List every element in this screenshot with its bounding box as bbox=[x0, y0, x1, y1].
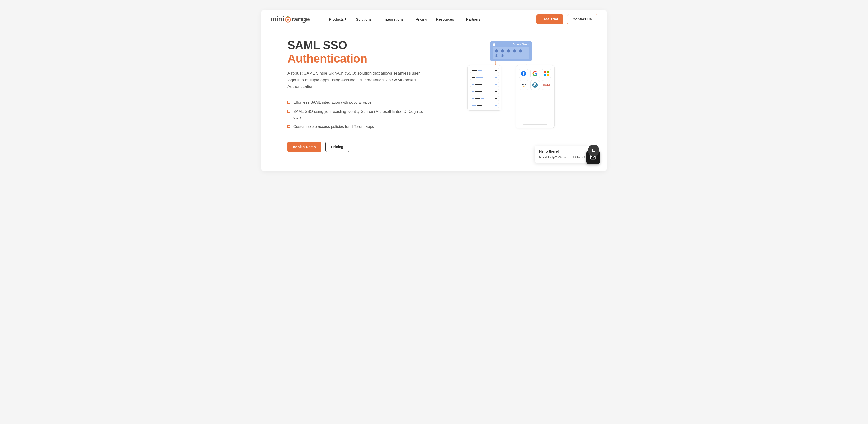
hero-subtitle: A robust SAML Single Sign-On (SSO) solut… bbox=[287, 70, 427, 90]
svg-rect-8 bbox=[544, 74, 547, 76]
feature-item: Customizable access policies for differe… bbox=[287, 124, 427, 130]
chevron-down-icon bbox=[345, 18, 347, 20]
hero-illustration: Access Token ✱ ✱ ✱ ✱ ✱ ✱ ✱ bbox=[441, 38, 581, 133]
svg-rect-9 bbox=[547, 74, 549, 76]
pricing-button[interactable]: Pricing bbox=[326, 142, 349, 152]
policies-panel bbox=[467, 65, 501, 111]
logo-suffix: range bbox=[292, 15, 310, 23]
free-trial-button[interactable]: Free Trial bbox=[536, 14, 563, 24]
hero-actions: Book a Demo Pricing bbox=[287, 142, 427, 152]
lock-icon bbox=[493, 43, 495, 46]
check-icon bbox=[287, 101, 290, 104]
chat-greeting: Hello there! bbox=[539, 149, 585, 153]
contact-us-button[interactable]: Contact Us bbox=[567, 14, 597, 24]
policy-row bbox=[470, 89, 499, 94]
app-google-icon bbox=[530, 69, 540, 78]
svg-rect-6 bbox=[544, 71, 547, 73]
chevron-down-icon bbox=[405, 18, 407, 20]
nav-pricing[interactable]: Pricing bbox=[415, 17, 427, 21]
check-icon bbox=[287, 110, 290, 113]
app-oracle-icon: ORACLE bbox=[542, 80, 551, 90]
chat-bubble[interactable]: Hello there! Need Help? We are right her… bbox=[534, 146, 589, 162]
check-icon bbox=[287, 125, 290, 128]
hero-content: SAML SSO Authentication A robust SAML Si… bbox=[287, 38, 427, 152]
app-aws-icon: aws bbox=[519, 80, 528, 90]
access-token-card: Access Token ✱ ✱ ✱ ✱ ✱ ✱ ✱ bbox=[490, 41, 532, 61]
illustration-canvas: Access Token ✱ ✱ ✱ ✱ ✱ ✱ ✱ bbox=[467, 41, 555, 133]
svg-rect-7 bbox=[547, 71, 549, 73]
book-demo-button[interactable]: Book a Demo bbox=[287, 142, 321, 152]
token-label: Access Token bbox=[513, 43, 529, 46]
nav-products[interactable]: Products bbox=[329, 17, 347, 21]
logo-prefix: mini bbox=[271, 15, 284, 23]
app-wordpress-icon bbox=[530, 80, 540, 90]
nav-partners[interactable]: Partners bbox=[466, 17, 480, 21]
nav-resources[interactable]: Resources bbox=[436, 17, 457, 21]
close-icon bbox=[592, 149, 595, 152]
app-grid: aws ORACLE bbox=[518, 68, 552, 91]
header: mini range Products Solutions Integratio… bbox=[261, 10, 607, 29]
header-actions: Free Trial Contact Us bbox=[536, 14, 597, 24]
chat-help-text: Need Help? We are right here! bbox=[539, 155, 585, 159]
policy-row bbox=[470, 75, 499, 80]
chat-close-button[interactable] bbox=[588, 145, 599, 156]
app-microsoft-icon bbox=[542, 69, 551, 78]
svg-point-1 bbox=[287, 19, 289, 21]
nav-integrations[interactable]: Integrations bbox=[383, 17, 407, 21]
feature-item: SAML SSO using your existing Identity So… bbox=[287, 109, 427, 120]
chat-widget: Hello there! Need Help? We are right her… bbox=[534, 146, 600, 164]
main-nav: Products Solutions Integrations Pricing … bbox=[329, 17, 532, 21]
nav-solutions[interactable]: Solutions bbox=[356, 17, 375, 21]
policy-row bbox=[470, 82, 499, 87]
page-title: SAML SSO Authentication bbox=[287, 38, 427, 65]
logo[interactable]: mini range bbox=[271, 15, 310, 23]
page-container: mini range Products Solutions Integratio… bbox=[261, 10, 607, 171]
panel-handle bbox=[523, 124, 547, 125]
svg-rect-2 bbox=[493, 44, 495, 46]
chevron-down-icon bbox=[373, 18, 375, 20]
policy-row bbox=[470, 103, 499, 108]
apps-panel: aws ORACLE bbox=[516, 65, 555, 128]
policy-row bbox=[470, 68, 499, 73]
app-facebook-icon bbox=[519, 69, 528, 78]
token-value: ✱ ✱ ✱ ✱ ✱ ✱ ✱ bbox=[493, 47, 529, 59]
policy-row bbox=[470, 96, 499, 101]
feature-list: Effortless SAML integration with popular… bbox=[287, 99, 427, 130]
logo-glyph bbox=[284, 16, 292, 23]
chevron-down-icon bbox=[456, 18, 458, 20]
feature-item: Effortless SAML integration with popular… bbox=[287, 99, 427, 105]
